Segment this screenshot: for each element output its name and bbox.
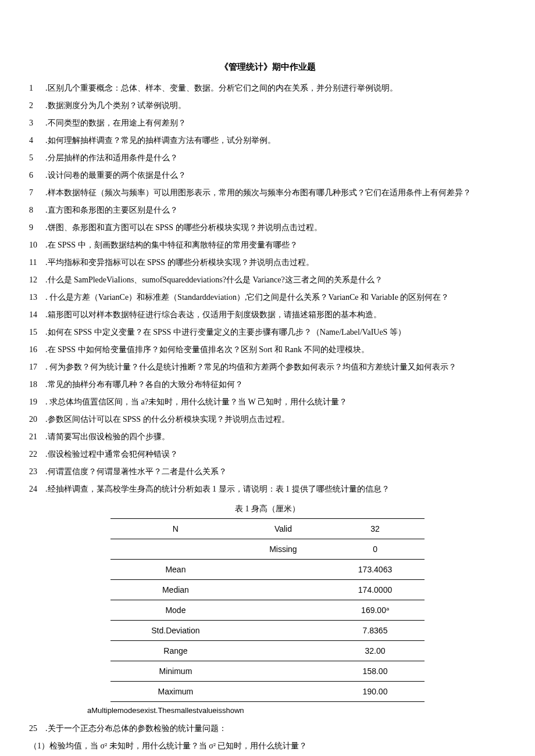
table-cell: 7.8365 xyxy=(326,621,425,641)
question-num: 15 xyxy=(29,324,45,341)
question-text: .常见的抽样分布有哪几种？各自的大致分布特征如何？ xyxy=(45,377,506,393)
question-text: .如何理解抽样调查？常见的抽样调查方法有哪些，试分别举例。 xyxy=(45,132,506,149)
question-num: 20 xyxy=(29,411,45,428)
question-num: 5 xyxy=(29,150,45,166)
question-text: .在 SPSS 中，刻画数据结构的集中特征和离散特征的常用变量有哪些？ xyxy=(45,237,506,253)
table-row: Median174.0000 xyxy=(110,580,425,600)
question-text: .请简要写出假设检验的四个步骤。 xyxy=(45,429,506,445)
statistics-table: NValid32 Missing0 Mean173.4063 Median174… xyxy=(110,518,425,702)
question-num: 22 xyxy=(29,446,45,463)
question-num: 4 xyxy=(29,132,45,149)
sub-question: （1）检验均值，当 σ² 未知时，用什么统计量？当 σ² 已知时，用什么统计量？ xyxy=(29,738,506,754)
table-cell: Median xyxy=(110,580,241,600)
question-item: 20.参数区间估计可以在 SPSS 的什么分析模块实现？并说明点击过程。 xyxy=(29,411,506,428)
question-num: 17 xyxy=(29,359,45,375)
table-cell: 32 xyxy=(326,519,425,539)
question-item: 5.分层抽样的作法和适用条件是什么？ xyxy=(29,150,506,166)
table-cell xyxy=(241,600,326,621)
table-caption: 表 1 身高（厘米） xyxy=(29,501,506,517)
table-cell: Range xyxy=(110,641,241,661)
table-cell: Std.Deviation xyxy=(110,621,241,641)
question-text: .样本数据特征（频次与频率）可以用图形表示，常用的频次与频率分布图有哪几种形式？… xyxy=(45,185,506,201)
question-text: .经抽样调查，某高校学生身高的统计分析如表 1 显示，请说明：表 1 提供了哪些… xyxy=(45,481,506,497)
question-item: 7.样本数据特征（频次与频率）可以用图形表示，常用的频次与频率分布图有哪几种形式… xyxy=(29,185,506,201)
question-num: 18 xyxy=(29,377,45,393)
question-text: .如何在 SPSS 中定义变量？在 SPSS 中进行变量定义的主要步骤有哪几步？… xyxy=(45,324,506,341)
table-row: NValid32 xyxy=(110,519,425,539)
question-num: 13 xyxy=(29,289,45,306)
question-text: . 何为参数？何为统计量？什么是统计推断？常见的均值和方差两个参数如何表示？均值… xyxy=(45,359,506,375)
question-text: .不同类型的数据，在用途上有何差别？ xyxy=(45,115,506,131)
question-num: 1 xyxy=(29,80,45,96)
question-item: 4.如何理解抽样调查？常见的抽样调查方法有哪些，试分别举例。 xyxy=(29,132,506,149)
question-text: .数据测度分为几个类别？试举例说明。 xyxy=(45,98,506,114)
question-text: .何谓置信度？何谓显著性水平？二者是什么关系？ xyxy=(45,464,506,480)
question-num: 19 xyxy=(29,394,45,410)
table-cell xyxy=(241,621,326,641)
question-num: 21 xyxy=(29,429,45,445)
question-item: 2.数据测度分为几个类别？试举例说明。 xyxy=(29,98,506,114)
question-item: 16.在 SPSS 中如何给变量值排序？如何给变量值排名次？区别 Sort 和 … xyxy=(29,342,506,358)
table-cell xyxy=(241,580,326,600)
question-item: 24.经抽样调查，某高校学生身高的统计分析如表 1 显示，请说明：表 1 提供了… xyxy=(29,481,506,497)
table-cell xyxy=(241,682,326,702)
table-cell: 169.00ᵃ xyxy=(326,600,425,621)
table-cell: 0 xyxy=(326,539,425,560)
question-item: 11.平均指标和变异指标可以在 SPSS 的哪些分析模块实现？并说明点击过程。 xyxy=(29,255,506,271)
table-cell xyxy=(241,661,326,682)
table-row: Minimum158.00 xyxy=(110,661,425,682)
table-cell: 173.4063 xyxy=(326,560,425,580)
table-cell: Minimum xyxy=(110,661,241,682)
question-num: 9 xyxy=(29,220,45,236)
question-num: 16 xyxy=(29,342,45,358)
question-item: 3.不同类型的数据，在用途上有何差别？ xyxy=(29,115,506,131)
question-text: . 求总体均值置信区间，当 a?未知时，用什么统计量？当 W 己知时，用什么统计… xyxy=(45,394,506,410)
question-item: 15.如何在 SPSS 中定义变量？在 SPSS 中进行变量定义的主要步骤有哪几… xyxy=(29,324,506,341)
question-num: 7 xyxy=(29,185,45,201)
question-item: 18.常见的抽样分布有哪几种？各自的大致分布特征如何？ xyxy=(29,377,506,393)
table-cell: Valid xyxy=(241,519,326,539)
question-text: .假设检验过程中通常会犯何种错误？ xyxy=(45,446,506,463)
table-cell: Mode xyxy=(110,600,241,621)
table-cell: Maximum xyxy=(110,682,241,702)
table-row: Missing0 xyxy=(110,539,425,560)
question-num: 10 xyxy=(29,237,45,253)
table-cell xyxy=(241,641,326,661)
table-row: Mean173.4063 xyxy=(110,560,425,580)
question-item: 6.设计问卷的最重要的两个依据是什么？ xyxy=(29,167,506,184)
question-text: .箱形图可以对样本数据特征进行综合表达，仅适用于刻度级数据，请描述箱形图的基本构… xyxy=(45,307,506,323)
question-num: 3 xyxy=(29,115,45,131)
question-text: .区别几个重要概念：总体、样本、变量、数据。分析它们之间的内在关系，并分别进行举… xyxy=(45,80,506,96)
table-row: Mode169.00ᵃ xyxy=(110,600,425,621)
question-text: .在 SPSS 中如何给变量值排序？如何给变量值排名次？区别 Sort 和 Ra… xyxy=(45,342,506,358)
page-title: 《管理统计》期中作业题 xyxy=(29,58,506,76)
table-cell: 158.00 xyxy=(326,661,425,682)
table-cell: Mean xyxy=(110,560,241,580)
question-item: 21.请简要写出假设检验的四个步骤。 xyxy=(29,429,506,445)
question-num: 23 xyxy=(29,464,45,480)
question-text: .关于一个正态分布总体的参数检验的统计量问题： xyxy=(45,721,506,737)
table-row: Std.Deviation7.8365 xyxy=(110,621,425,641)
question-num: 11 xyxy=(29,255,45,271)
question-text: .平均指标和变异指标可以在 SPSS 的哪些分析模块实现？并说明点击过程。 xyxy=(45,255,506,271)
table-cell xyxy=(241,560,326,580)
question-num: 8 xyxy=(29,202,45,218)
table-cell: 174.0000 xyxy=(326,580,425,600)
table-cell: 32.00 xyxy=(326,641,425,661)
table-cell xyxy=(110,539,241,560)
question-item: 12.什么是 SamPledeViaIions、sumofSquareddevi… xyxy=(29,272,506,288)
question-text: .分层抽样的作法和适用条件是什么？ xyxy=(45,150,506,166)
question-num: 24 xyxy=(29,481,45,497)
question-num: 6 xyxy=(29,167,45,184)
question-item: 1.区别几个重要概念：总体、样本、变量、数据。分析它们之间的内在关系，并分别进行… xyxy=(29,80,506,96)
question-item: 14.箱形图可以对样本数据特征进行综合表达，仅适用于刻度级数据，请描述箱形图的基… xyxy=(29,307,506,323)
question-text: .什么是 SamPledeViaIions、sumofSquareddeviat… xyxy=(45,272,506,288)
question-item: 19. 求总体均值置信区间，当 a?未知时，用什么统计量？当 W 己知时，用什么… xyxy=(29,394,506,410)
table-cell: Missing xyxy=(241,539,326,560)
question-text: .参数区间估计可以在 SPSS 的什么分析模块实现？并说明点击过程。 xyxy=(45,411,506,428)
question-item: 9.饼图、条形图和直方图可以在 SPSS 的哪些分析模块实现？并说明点击过程。 xyxy=(29,220,506,236)
question-text: . 什么是方差（VarianCe）和标准差（Standarddeviation）… xyxy=(45,289,506,306)
question-text: .设计问卷的最重要的两个依据是什么？ xyxy=(45,167,506,184)
question-list: 1.区别几个重要概念：总体、样本、变量、数据。分析它们之间的内在关系，并分别进行… xyxy=(29,80,506,497)
question-item: 22.假设检验过程中通常会犯何种错误？ xyxy=(29,446,506,463)
